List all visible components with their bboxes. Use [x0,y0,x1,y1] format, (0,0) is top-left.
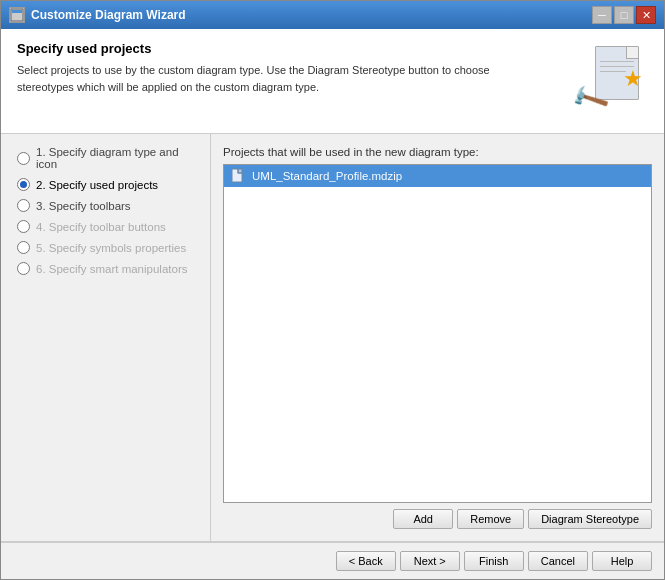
step-2-radio [17,178,30,191]
right-panel: Projects that will be used in the new di… [211,134,664,541]
project-list[interactable]: UML_Standard_Profile.mdzip [223,164,652,503]
help-button[interactable]: Help [592,551,652,571]
back-button[interactable]: < Back [336,551,396,571]
steps-panel: 1. Specify diagram type and icon 2. Spec… [1,134,211,541]
step-4-radio [17,220,30,233]
page-title: Specify used projects [17,41,568,56]
step-3-label: 3. Specify toolbars [36,200,131,212]
step-6: 6. Specify smart manipulators [1,258,210,279]
wizard-window: Customize Diagram Wizard ─ □ ✕ Specify u… [0,0,665,580]
project-item[interactable]: UML_Standard_Profile.mdzip [224,165,651,187]
step-1[interactable]: 1. Specify diagram type and icon [1,142,210,174]
step-5-radio [17,241,30,254]
svg-rect-1 [12,10,22,13]
title-bar: Customize Diagram Wizard ─ □ ✕ [1,1,664,29]
star-icon: ★ [623,66,643,92]
footer: < Back Next > Finish Cancel Help [1,542,664,579]
window-icon [9,7,25,23]
step-4-label: 4. Specify toolbar buttons [36,221,166,233]
list-buttons: Add Remove Diagram Stereotype [223,509,652,529]
step-1-radio [17,152,30,165]
svg-rect-3 [238,169,242,173]
header-icon: 🔨 ★ [568,41,648,121]
cancel-button[interactable]: Cancel [528,551,588,571]
finish-button[interactable]: Finish [464,551,524,571]
diagram-stereotype-button[interactable]: Diagram Stereotype [528,509,652,529]
remove-button[interactable]: Remove [457,509,524,529]
project-name: UML_Standard_Profile.mdzip [252,170,402,182]
window-title: Customize Diagram Wizard [31,8,186,22]
panel-title: Projects that will be used in the new di… [223,146,652,158]
main-content: 1. Specify diagram type and icon 2. Spec… [1,134,664,541]
next-button[interactable]: Next > [400,551,460,571]
step-5: 5. Specify symbols properties [1,237,210,258]
minimize-button[interactable]: ─ [592,6,612,24]
page-description: Select projects to use by the custom dia… [17,62,497,95]
header-section: Specify used projects Select projects to… [1,29,664,134]
maximize-button[interactable]: □ [614,6,634,24]
step-6-label: 6. Specify smart manipulators [36,263,187,275]
step-2-label: 2. Specify used projects [36,179,158,191]
step-6-radio [17,262,30,275]
step-1-label: 1. Specify diagram type and icon [36,146,198,170]
step-5-label: 5. Specify symbols properties [36,242,186,254]
step-4: 4. Specify toolbar buttons [1,216,210,237]
file-icon [230,168,246,184]
close-button[interactable]: ✕ [636,6,656,24]
step-3-radio [17,199,30,212]
step-2[interactable]: 2. Specify used projects [1,174,210,195]
add-button[interactable]: Add [393,509,453,529]
step-3[interactable]: 3. Specify toolbars [1,195,210,216]
